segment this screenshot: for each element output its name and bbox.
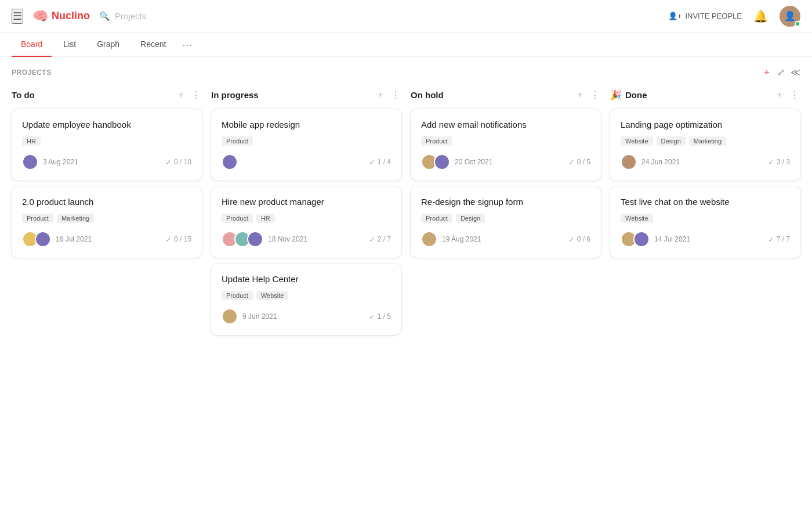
column-done-header: 🎉 Done ＋ ⋮ (610, 88, 800, 102)
task-count: 0 / 5 (577, 158, 590, 166)
search-bar[interactable]: 🔍 Projects (99, 11, 146, 21)
board-section-label: PROJECTS (12, 69, 52, 77)
card-avatars (22, 154, 38, 170)
card-update-help-center[interactable]: Update Help Center Product Website 9 Jun… (211, 264, 401, 335)
card-tasks: ✓ 0 / 10 (165, 158, 191, 167)
card-title: Add new email notifications (421, 120, 590, 129)
card-tasks: ✓ 3 / 3 (768, 158, 790, 167)
card-mobile-app-redesign[interactable]: Mobile app redesign Product ✓ 1 / 4 (211, 109, 401, 181)
card-avatars (222, 308, 238, 325)
tab-recent[interactable]: Recent (131, 33, 175, 57)
task-count: 1 / 4 (378, 158, 391, 166)
column-done: 🎉 Done ＋ ⋮ Landing page optimization Web… (610, 88, 800, 264)
avatar (222, 308, 238, 325)
card-meta-left: 19 Aug 2021 (421, 231, 481, 247)
card-date: 20 Oct 2021 (455, 158, 492, 166)
card-meta-left: 18 Nov 2021 (222, 231, 307, 247)
avatar (222, 154, 238, 170)
card-hire-product-manager[interactable]: Hire new product manager Product HR 18 N… (211, 186, 401, 258)
card-tasks: ✓ 0 / 6 (568, 235, 590, 244)
card-meta-left: 16 Jul 2021 (22, 231, 92, 247)
expand-button[interactable]: ⤢ (777, 67, 785, 78)
card-footer: ✓ 1 / 4 (222, 154, 391, 170)
card-test-live-chat[interactable]: Test live chat on the website Website 14… (610, 186, 800, 258)
tabs-more-button[interactable]: ⋯ (177, 34, 197, 56)
card-avatars (621, 231, 650, 247)
task-count: 1 / 5 (378, 312, 391, 320)
card-avatars (222, 154, 238, 170)
inprogress-add-button[interactable]: ＋ (375, 88, 386, 102)
check-icon: ✓ (369, 158, 375, 167)
card-footer: 19 Aug 2021 ✓ 0 / 6 (421, 231, 590, 247)
tag-design: Design (657, 136, 686, 146)
card-title: Update Help Center (222, 274, 391, 284)
card-tasks: ✓ 0 / 5 (568, 158, 590, 167)
onhold-more-button[interactable]: ⋮ (589, 88, 601, 102)
add-column-button[interactable]: ＋ (762, 66, 771, 78)
card-date: 14 Jul 2021 (654, 235, 690, 243)
card-add-email-notifications[interactable]: Add new email notifications Product 20 O… (411, 109, 601, 181)
card-landing-page-optimization[interactable]: Landing page optimization Website Design… (610, 109, 800, 181)
card-footer: 9 Jun 2021 ✓ 1 / 5 (222, 308, 391, 325)
card-meta-left (222, 154, 242, 170)
columns-container: To do ＋ ⋮ Update employee handbook HR 3 … (12, 88, 800, 341)
logo: 🧠 Nuclino (32, 9, 90, 24)
card-update-employee-handbook[interactable]: Update employee handbook HR 3 Aug 2021 ✓… (12, 109, 202, 181)
header: ☰ 🧠 Nuclino 🔍 Projects 👤+ INVITE PEOPLE … (0, 0, 812, 33)
check-icon: ✓ (768, 235, 774, 244)
done-more-button[interactable]: ⋮ (789, 88, 800, 102)
card-date: 19 Aug 2021 (442, 235, 481, 243)
tag-product: Product (421, 214, 452, 223)
card-avatars (421, 154, 450, 170)
column-inprogress-title: In progress (211, 90, 371, 100)
online-indicator (795, 21, 800, 27)
card-tasks: ✓ 0 / 15 (165, 235, 191, 244)
card-tags: Product Design (421, 214, 590, 223)
onhold-add-button[interactable]: ＋ (574, 88, 586, 102)
task-count: 7 / 7 (777, 235, 790, 243)
column-onhold-header: On hold ＋ ⋮ (411, 88, 601, 102)
card-tasks: ✓ 7 / 7 (768, 235, 790, 244)
card-product-launch[interactable]: 2.0 product launch Product Marketing 16 … (12, 186, 202, 258)
task-count: 2 / 7 (378, 235, 391, 243)
card-redesign-signup[interactable]: Re-design the signup form Product Design… (411, 186, 601, 258)
notification-bell[interactable]: 🔔 (753, 9, 768, 23)
todo-more-button[interactable]: ⋮ (190, 88, 202, 102)
tab-list[interactable]: List (54, 33, 85, 57)
search-placeholder: Projects (115, 11, 146, 21)
card-footer: 20 Oct 2021 ✓ 0 / 5 (421, 154, 590, 170)
card-date: 9 Jun 2021 (242, 312, 277, 320)
inprogress-more-button[interactable]: ⋮ (390, 88, 401, 102)
tab-board[interactable]: Board (12, 33, 52, 57)
column-todo: To do ＋ ⋮ Update employee handbook HR 3 … (12, 88, 202, 264)
card-title: Re-design the signup form (421, 197, 590, 207)
check-icon: ✓ (568, 235, 575, 244)
card-title: Mobile app redesign (222, 120, 391, 129)
avatar (621, 154, 637, 170)
header-left: ☰ 🧠 Nuclino 🔍 Projects (12, 9, 668, 24)
column-onhold-title: On hold (411, 90, 571, 100)
card-date: 3 Aug 2021 (43, 158, 78, 166)
tag-website: Website (621, 214, 653, 223)
tab-graph[interactable]: Graph (88, 33, 129, 57)
done-add-button[interactable]: ＋ (774, 88, 785, 102)
card-date: 16 Jul 2021 (56, 235, 92, 243)
user-avatar-wrapper[interactable]: 👤 (780, 6, 800, 27)
card-avatars (222, 231, 263, 247)
todo-add-button[interactable]: ＋ (175, 88, 187, 102)
card-title: Landing page optimization (621, 120, 790, 129)
check-icon: ✓ (568, 158, 575, 167)
logo-icon: 🧠 (32, 9, 48, 24)
card-title: Hire new product manager (222, 197, 391, 207)
card-tags: Product Website (222, 291, 391, 300)
tag-product: Product (222, 136, 253, 146)
card-tasks: ✓ 2 / 7 (369, 235, 391, 244)
done-emoji-icon: 🎉 (610, 89, 622, 100)
check-icon: ✓ (369, 312, 375, 321)
invite-button[interactable]: 👤+ INVITE PEOPLE (668, 12, 742, 20)
menu-button[interactable]: ☰ (12, 9, 23, 24)
card-tags: Product (222, 136, 391, 146)
collapse-button[interactable]: ≪ (791, 67, 800, 78)
board-header: PROJECTS ＋ ⤢ ≪ (12, 66, 800, 78)
tag-marketing: Marketing (57, 214, 94, 223)
